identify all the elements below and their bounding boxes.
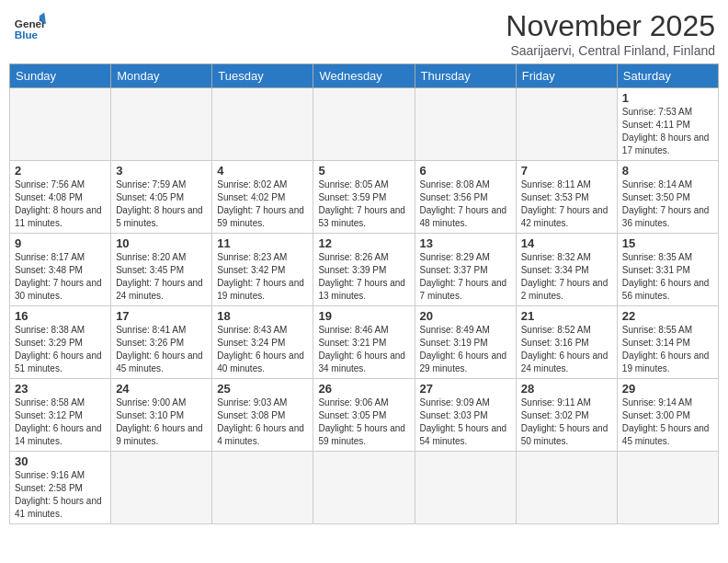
day-number: 22 xyxy=(622,309,713,323)
day-number: 12 xyxy=(318,236,409,250)
weekday-header-monday: Monday xyxy=(111,64,212,88)
day-info: Sunrise: 8:46 AM Sunset: 3:21 PM Dayligh… xyxy=(318,324,409,375)
calendar-cell xyxy=(111,452,212,524)
day-number: 29 xyxy=(622,382,713,396)
day-info: Sunrise: 8:29 AM Sunset: 3:37 PM Dayligh… xyxy=(420,251,511,303)
day-number: 2 xyxy=(15,164,106,178)
calendar-cell xyxy=(617,452,718,524)
calendar-table: SundayMondayTuesdayWednesdayThursdayFrid… xyxy=(9,63,719,524)
day-number: 27 xyxy=(420,382,511,396)
calendar-cell: 12Sunrise: 8:26 AM Sunset: 3:39 PM Dayli… xyxy=(313,234,415,306)
day-info: Sunrise: 8:35 AM Sunset: 3:31 PM Dayligh… xyxy=(622,251,713,303)
calendar-cell: 25Sunrise: 9:03 AM Sunset: 3:08 PM Dayli… xyxy=(212,379,313,452)
day-info: Sunrise: 8:26 AM Sunset: 3:39 PM Dayligh… xyxy=(318,251,409,303)
location-subtitle: Saarijaervi, Central Finland, Finland xyxy=(506,43,715,58)
calendar-cell: 13Sunrise: 8:29 AM Sunset: 3:37 PM Dayli… xyxy=(415,234,516,306)
day-info: Sunrise: 8:11 AM Sunset: 3:53 PM Dayligh… xyxy=(521,178,612,230)
day-info: Sunrise: 8:43 AM Sunset: 3:24 PM Dayligh… xyxy=(217,324,308,375)
calendar-cell: 9Sunrise: 8:17 AM Sunset: 3:48 PM Daylig… xyxy=(10,234,111,306)
calendar-cell xyxy=(212,88,313,161)
calendar-week-row: 1Sunrise: 7:53 AM Sunset: 4:11 PM Daylig… xyxy=(10,88,719,161)
weekday-header-friday: Friday xyxy=(516,64,617,88)
day-number: 7 xyxy=(521,164,612,178)
calendar-cell xyxy=(415,452,516,524)
day-number: 4 xyxy=(217,164,308,178)
calendar-cell: 7Sunrise: 8:11 AM Sunset: 3:53 PM Daylig… xyxy=(516,161,617,234)
calendar-week-row: 2Sunrise: 7:56 AM Sunset: 4:08 PM Daylig… xyxy=(10,161,719,234)
day-number: 6 xyxy=(420,164,511,178)
day-info: Sunrise: 8:52 AM Sunset: 3:16 PM Dayligh… xyxy=(521,324,612,375)
calendar-cell xyxy=(516,452,617,524)
calendar-cell: 23Sunrise: 8:58 AM Sunset: 3:12 PM Dayli… xyxy=(10,379,111,452)
day-info: Sunrise: 8:05 AM Sunset: 3:59 PM Dayligh… xyxy=(318,178,409,230)
day-number: 11 xyxy=(217,236,308,250)
day-number: 24 xyxy=(116,382,207,396)
calendar-cell: 15Sunrise: 8:35 AM Sunset: 3:31 PM Dayli… xyxy=(617,234,718,306)
day-info: Sunrise: 9:14 AM Sunset: 3:00 PM Dayligh… xyxy=(622,396,713,448)
day-info: Sunrise: 8:58 AM Sunset: 3:12 PM Dayligh… xyxy=(15,396,106,448)
calendar-week-row: 23Sunrise: 8:58 AM Sunset: 3:12 PM Dayli… xyxy=(10,379,719,452)
day-info: Sunrise: 8:08 AM Sunset: 3:56 PM Dayligh… xyxy=(420,178,511,230)
calendar-cell: 2Sunrise: 7:56 AM Sunset: 4:08 PM Daylig… xyxy=(10,161,111,234)
day-number: 5 xyxy=(318,164,409,178)
day-info: Sunrise: 8:02 AM Sunset: 4:02 PM Dayligh… xyxy=(217,178,308,230)
day-info: Sunrise: 7:53 AM Sunset: 4:11 PM Dayligh… xyxy=(622,106,713,157)
day-info: Sunrise: 9:03 AM Sunset: 3:08 PM Dayligh… xyxy=(217,396,308,448)
day-info: Sunrise: 9:16 AM Sunset: 2:58 PM Dayligh… xyxy=(15,469,106,521)
calendar-cell: 17Sunrise: 8:41 AM Sunset: 3:26 PM Dayli… xyxy=(111,306,212,379)
calendar-cell: 11Sunrise: 8:23 AM Sunset: 3:42 PM Dayli… xyxy=(212,234,313,306)
weekday-header-thursday: Thursday xyxy=(415,64,516,88)
calendar-cell: 27Sunrise: 9:09 AM Sunset: 3:03 PM Dayli… xyxy=(415,379,516,452)
day-info: Sunrise: 8:38 AM Sunset: 3:29 PM Dayligh… xyxy=(15,324,106,375)
weekday-header-tuesday: Tuesday xyxy=(212,64,313,88)
day-number: 25 xyxy=(217,382,308,396)
day-number: 3 xyxy=(116,164,207,178)
day-info: Sunrise: 7:56 AM Sunset: 4:08 PM Dayligh… xyxy=(15,178,106,230)
day-info: Sunrise: 9:09 AM Sunset: 3:03 PM Dayligh… xyxy=(420,396,511,448)
day-info: Sunrise: 8:20 AM Sunset: 3:45 PM Dayligh… xyxy=(116,251,207,303)
calendar-cell: 14Sunrise: 8:32 AM Sunset: 3:34 PM Dayli… xyxy=(516,234,617,306)
calendar-cell: 8Sunrise: 8:14 AM Sunset: 3:50 PM Daylig… xyxy=(617,161,718,234)
page-header: General Blue November 2025 Saarijaervi, … xyxy=(9,9,719,58)
calendar-cell: 1Sunrise: 7:53 AM Sunset: 4:11 PM Daylig… xyxy=(617,88,718,161)
weekday-header-saturday: Saturday xyxy=(617,64,718,88)
day-number: 30 xyxy=(15,454,106,468)
day-info: Sunrise: 7:59 AM Sunset: 4:05 PM Dayligh… xyxy=(116,178,207,230)
calendar-cell xyxy=(313,452,415,524)
calendar-week-row: 16Sunrise: 8:38 AM Sunset: 3:29 PM Dayli… xyxy=(10,306,719,379)
calendar-cell xyxy=(10,88,111,161)
calendar-cell: 6Sunrise: 8:08 AM Sunset: 3:56 PM Daylig… xyxy=(415,161,516,234)
calendar-cell xyxy=(313,88,415,161)
calendar-cell: 29Sunrise: 9:14 AM Sunset: 3:00 PM Dayli… xyxy=(617,379,718,452)
calendar-cell: 18Sunrise: 8:43 AM Sunset: 3:24 PM Dayli… xyxy=(212,306,313,379)
calendar-cell: 10Sunrise: 8:20 AM Sunset: 3:45 PM Dayli… xyxy=(111,234,212,306)
day-number: 10 xyxy=(116,236,207,250)
day-number: 20 xyxy=(420,309,511,323)
calendar-cell: 3Sunrise: 7:59 AM Sunset: 4:05 PM Daylig… xyxy=(111,161,212,234)
day-number: 9 xyxy=(15,236,106,250)
calendar-cell xyxy=(111,88,212,161)
day-number: 28 xyxy=(521,382,612,396)
weekday-header-row: SundayMondayTuesdayWednesdayThursdayFrid… xyxy=(10,64,719,88)
day-number: 21 xyxy=(521,309,612,323)
day-number: 13 xyxy=(420,236,511,250)
day-number: 15 xyxy=(622,236,713,250)
calendar-cell: 20Sunrise: 8:49 AM Sunset: 3:19 PM Dayli… xyxy=(415,306,516,379)
day-info: Sunrise: 8:14 AM Sunset: 3:50 PM Dayligh… xyxy=(622,178,713,230)
weekday-header-wednesday: Wednesday xyxy=(313,64,415,88)
day-number: 18 xyxy=(217,309,308,323)
calendar-week-row: 9Sunrise: 8:17 AM Sunset: 3:48 PM Daylig… xyxy=(10,234,719,306)
day-info: Sunrise: 8:41 AM Sunset: 3:26 PM Dayligh… xyxy=(116,324,207,375)
calendar-cell: 16Sunrise: 8:38 AM Sunset: 3:29 PM Dayli… xyxy=(10,306,111,379)
day-number: 8 xyxy=(622,164,713,178)
day-info: Sunrise: 9:06 AM Sunset: 3:05 PM Dayligh… xyxy=(318,396,409,448)
svg-text:Blue: Blue xyxy=(15,29,39,40)
day-number: 1 xyxy=(622,91,713,105)
day-info: Sunrise: 8:32 AM Sunset: 3:34 PM Dayligh… xyxy=(521,251,612,303)
logo-icon: General Blue xyxy=(13,9,46,42)
day-info: Sunrise: 9:00 AM Sunset: 3:10 PM Dayligh… xyxy=(116,396,207,448)
month-title: November 2025 xyxy=(506,9,715,43)
weekday-header-sunday: Sunday xyxy=(10,64,111,88)
calendar-week-row: 30Sunrise: 9:16 AM Sunset: 2:58 PM Dayli… xyxy=(10,452,719,524)
calendar-cell xyxy=(516,88,617,161)
